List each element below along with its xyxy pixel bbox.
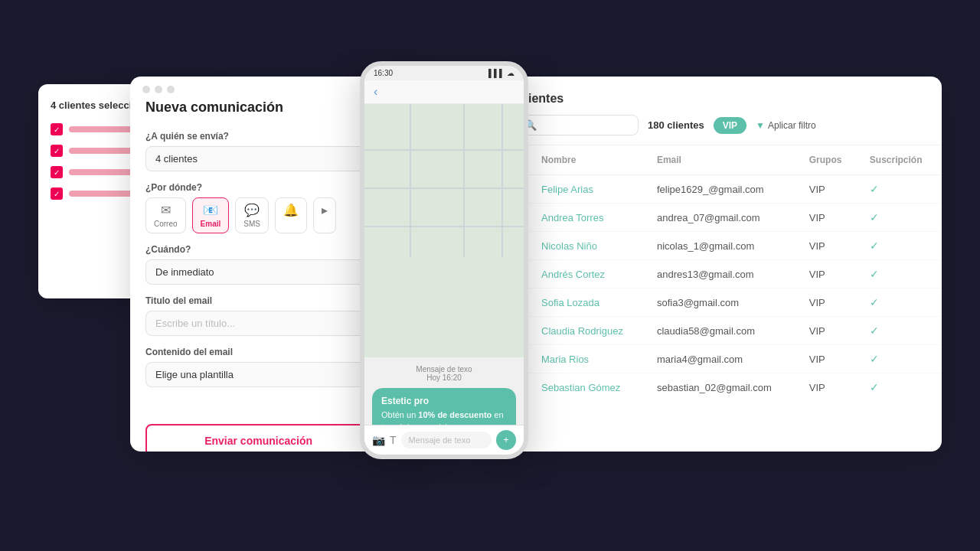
panel-phone-mockup: 16:30 ▌▌▌ ☁ ‹ [360,61,528,459]
th-suscripcion: Suscripción [859,145,942,175]
vip-filter-badge[interactable]: VIP [714,117,746,134]
win-dot-maximize[interactable] [167,86,175,93]
th-nombre: Nombre [531,145,646,175]
table-header-row: Nombre Email Grupos Suscripción [498,145,942,175]
client-subscription-cell: ✓ [859,204,942,232]
text-format-icon[interactable]: T [390,434,397,446]
client-group-cell: VIP [799,260,859,289]
sms-icon: 💬 [244,203,260,217]
apply-filter-button[interactable]: ▼ Aplicar filtro [756,120,816,131]
send-communication-button[interactable]: Enviar comunicación [145,424,371,452]
phone-nav-bar: ‹ [364,80,524,104]
message-time: Hoy 16:20 [426,373,462,382]
client-subscription-cell: ✓ [859,175,942,204]
client-email-cell: sofia3@gmail.com [646,289,799,317]
camera-icon[interactable]: 📷 [372,434,385,446]
subscription-check-icon: ✓ [870,381,879,393]
client-email-cell: maria4@gmail.com [646,345,799,373]
channel-more[interactable]: ▸ [313,197,336,233]
clientes-header: Clientes 🔍 180 clientes VIP ▼ Aplicar fi… [498,77,942,145]
table-row: Sebastian Gómez sebastian_02@gmail.com V… [498,373,942,402]
client-email-cell: sebastian_02@gmail.com [646,373,799,402]
client-group-cell: VIP [799,175,859,204]
back-icon[interactable]: ‹ [374,85,377,99]
subscription-check-icon: ✓ [870,211,879,223]
client-name-link[interactable]: Maria Rios [541,354,589,365]
client-group-cell: VIP [799,204,859,232]
subscription-check-icon: ✓ [870,183,879,195]
phone-status-bar: 16:30 ▌▌▌ ☁ [364,66,524,80]
channel-sms[interactable]: 💬 SMS [235,197,269,233]
client-email-cell: andres13@gmail.com [646,260,799,289]
client-email-cell: nicolas_1@gmail.com [646,232,799,260]
clientes-title: Clientes [516,92,923,106]
send-button-phone[interactable]: + [496,430,516,450]
email-icon: 📧 [203,203,218,217]
table-row: Sofia Lozada sofia3@gmail.com VIP ✓ [498,289,942,317]
client-email-cell: felipe1629_@gmail.com [646,175,799,204]
correo-icon: ✉ [161,203,171,217]
table-row: Felipe Arias felipe1629_@gmail.com VIP ✓ [498,175,942,204]
client-name-cell: Maria Rios [531,345,646,373]
subscription-check-icon: ✓ [870,353,879,365]
table-row: Nicolas Niño nicolas_1@gmail.com VIP ✓ [498,232,942,260]
client-name-link[interactable]: Sofia Lozada [541,297,599,308]
phone-time: 16:30 [374,69,393,77]
client-group-cell: VIP [799,232,859,260]
panel-title: Nueva comunicación [145,99,283,116]
phone-map-area [364,104,524,357]
subscription-check-icon: ✓ [870,240,879,252]
subscription-check-icon: ✓ [870,324,879,337]
phone-input-bar: 📷 T Mensaje de texo + [364,425,524,455]
client-group-cell: VIP [799,289,859,317]
map-lines-svg [364,104,524,257]
win-dot-close[interactable] [142,86,150,93]
client-name-cell: Nicolas Niño [531,232,646,260]
bubble-discount: 10% de descuento [418,410,492,419]
bubble-title: Estetic pro [381,396,507,406]
th-email: Email [646,145,799,175]
message-info: Mensaje de texo Hoy 16:20 [372,365,516,382]
filter-label: Aplicar filtro [768,120,816,131]
channel-correo[interactable]: ✉ Correo [145,197,186,233]
client-name-cell: Sebastian Gómez [531,373,646,402]
table-row: Claudia Rodriguez claudia58@gmail.com VI… [498,317,942,345]
table-row: Andrés Cortez andres13@gmail.com VIP ✓ [498,260,942,289]
client-group-cell: VIP [799,317,859,345]
client-name-cell: Claudia Rodriguez [531,317,646,345]
clientes-table: Nombre Email Grupos Suscripción Felipe A… [498,145,942,401]
message-input[interactable]: Mensaje de texo [401,432,492,448]
table-row: Maria Rios maria4@gmail.com VIP ✓ [498,345,942,373]
clientes-toolbar: 🔍 180 clientes VIP ▼ Aplicar filtro [516,115,923,135]
client-name-link[interactable]: Nicolas Niño [541,240,597,252]
checkbox-checked[interactable] [51,123,63,135]
client-name-link[interactable]: Felipe Arias [541,184,593,195]
checkbox-checked[interactable] [51,166,63,178]
channel-email[interactable]: 📧 Email [192,197,230,233]
client-name-cell: Andrés Cortez [531,260,646,289]
search-box[interactable]: 🔍 [516,115,639,135]
client-name-link[interactable]: Sebastian Gómez [541,382,620,393]
client-name-link[interactable]: Andrea Torres [541,212,603,223]
filter-icon: ▼ [756,120,765,131]
channel-push[interactable]: 🔔 [275,197,307,233]
client-subscription-cell: ✓ [859,232,942,260]
table-row: Andrea Torres andrea_07@gmail.com VIP ✓ [498,204,942,232]
subscription-check-icon: ✓ [870,268,879,280]
win-dot-minimize[interactable] [155,86,162,93]
panel-clientes: Clientes 🔍 180 clientes VIP ▼ Aplicar fi… [498,77,942,452]
checkbox-checked[interactable] [51,187,63,200]
client-name-cell: Sofia Lozada [531,289,646,317]
subscription-check-icon: ✓ [870,296,879,308]
client-count: 180 clientes [648,119,704,131]
client-name-link[interactable]: Andrés Cortez [541,269,605,280]
client-group-cell: VIP [799,373,859,402]
client-subscription-cell: ✓ [859,373,942,402]
client-name-link[interactable]: Claudia Rodriguez [541,325,623,337]
client-email-cell: andrea_07@gmail.com [646,204,799,232]
checkbox-checked[interactable] [51,145,63,157]
client-name-cell: Felipe Arias [531,175,646,204]
th-grupos: Grupos [799,145,859,175]
client-name-cell: Andrea Torres [531,204,646,232]
when-value: De inmediato [155,266,214,278]
